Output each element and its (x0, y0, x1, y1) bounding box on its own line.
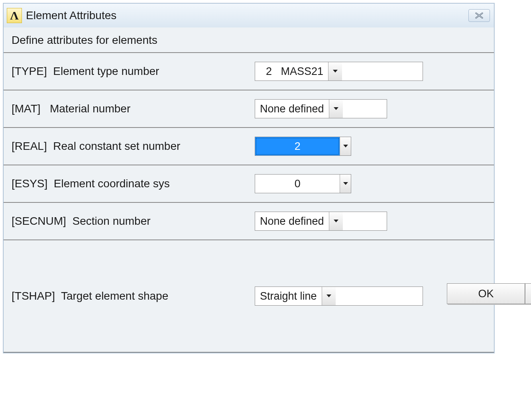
app-icon-glyph: Λ (10, 9, 19, 22)
combo-tshap-arrow[interactable] (322, 287, 336, 305)
combo-esys-arrow[interactable] (340, 175, 351, 193)
control-type: 2 MASS21 (255, 62, 486, 81)
chevron-down-icon (326, 294, 332, 298)
chevron-down-icon (343, 182, 348, 186)
dialog-window: Λ Element Attributes Define attributes f… (3, 3, 494, 353)
ok-button[interactable]: OK (447, 283, 525, 304)
chevron-down-icon (332, 69, 338, 73)
combo-real[interactable]: 2 (255, 137, 351, 156)
row-real: [REAL] Real constant set number 2 (4, 127, 494, 165)
chevron-down-icon (333, 107, 339, 111)
window-title: Element Attributes (26, 9, 116, 22)
control-secnum: None defined (255, 212, 486, 231)
control-mat: None defined (255, 99, 486, 118)
combo-tshap[interactable]: Straight line (255, 287, 423, 306)
row-secnum: [SECNUM] Section number None defined (4, 202, 494, 239)
label-mat: [MAT] Material number (12, 102, 255, 115)
chevron-down-icon (343, 144, 348, 148)
combo-tshap-value: Straight line (255, 287, 322, 305)
combo-real-value: 2 (255, 137, 340, 155)
label-esys: [ESYS] Element coordinate sys (12, 177, 255, 190)
close-icon (475, 12, 484, 19)
row-esys: [ESYS] Element coordinate sys 0 (4, 165, 494, 202)
cancel-button[interactable]: Cancel (525, 283, 531, 304)
label-type: [TYPE] Element type number (12, 65, 255, 78)
row-tshap: [TSHAP] Target element shape Straight li… (4, 239, 494, 353)
label-tshap: [TSHAP] Target element shape (12, 290, 255, 302)
row-mat: [MAT] Material number None defined (4, 90, 494, 127)
combo-mat-value: None defined (255, 100, 329, 118)
titlebar: Λ Element Attributes (4, 4, 494, 27)
combo-esys[interactable]: 0 (255, 174, 351, 193)
control-esys: 0 (255, 174, 486, 193)
app-icon: Λ (7, 8, 22, 23)
label-real: [REAL] Real constant set number (12, 140, 255, 153)
titlebar-left: Λ Element Attributes (7, 8, 116, 23)
combo-type-arrow[interactable] (328, 62, 342, 80)
combo-esys-value: 0 (255, 175, 340, 193)
combo-secnum-value: None defined (255, 212, 329, 230)
combo-real-arrow[interactable] (340, 137, 351, 155)
dialog-heading: Define attributes for elements (4, 27, 494, 52)
row-type: [TYPE] Element type number 2 MASS21 (4, 52, 494, 90)
button-row: OK Cancel Help (423, 276, 531, 316)
close-button[interactable] (468, 9, 490, 22)
chevron-down-icon (333, 219, 339, 223)
combo-secnum[interactable]: None defined (255, 212, 387, 231)
label-secnum: [SECNUM] Section number (12, 215, 255, 228)
combo-mat-arrow[interactable] (329, 100, 343, 118)
client-area: Define attributes for elements [TYPE] El… (4, 27, 494, 353)
control-tshap: Straight line (255, 287, 423, 306)
combo-secnum-arrow[interactable] (329, 212, 343, 230)
combo-type[interactable]: 2 MASS21 (255, 62, 423, 81)
control-real: 2 (255, 137, 486, 156)
combo-mat[interactable]: None defined (255, 99, 387, 118)
combo-type-value: 2 MASS21 (255, 62, 328, 80)
